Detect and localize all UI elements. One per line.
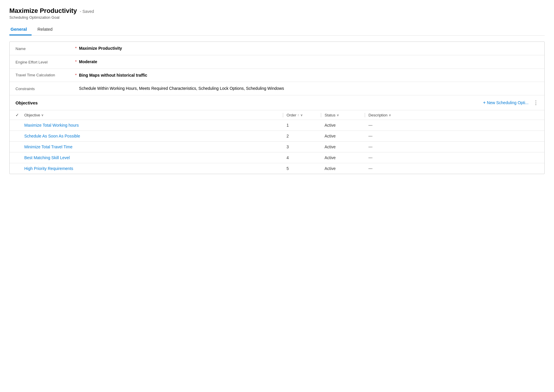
objective-name[interactable]: High Priority Requirements: [24, 166, 283, 171]
field-label-engine-effort: Engine Effort Level: [16, 59, 74, 64]
col-order-header[interactable]: Order ↑ ∨: [283, 113, 321, 117]
objective-status: Active: [321, 166, 365, 171]
description-chevron-icon: ∨: [389, 113, 391, 117]
field-label-constraints: Constraints: [16, 86, 74, 91]
new-scheduling-button[interactable]: + New Scheduling Opti...: [483, 100, 529, 105]
table-row: High Priority Requirements 5 Active ---: [10, 163, 544, 174]
page-subtitle: Scheduling Optimization Goal: [9, 15, 545, 20]
col-description-header[interactable]: Description ∨: [365, 113, 538, 117]
table-row: Best Matching Skill Level 4 Active ---: [10, 152, 544, 163]
objective-description: ---: [365, 123, 538, 128]
objective-name[interactable]: Schedule As Soon As Possible: [24, 134, 283, 138]
field-row-name: Name * Maximize Productivity: [10, 42, 544, 55]
table-row: Schedule As Soon As Possible 2 Active --…: [10, 131, 544, 142]
field-required-name: *: [75, 46, 77, 50]
objective-chevron-icon: ∨: [41, 113, 44, 117]
page-title: Maximize Productivity: [9, 7, 77, 15]
page-header: Maximize Productivity - Saved Scheduling…: [9, 7, 545, 20]
objective-description: ---: [365, 134, 538, 138]
objective-status: Active: [321, 134, 365, 138]
field-row-travel-time: Travel Time Calculation * Bing Maps with…: [10, 69, 544, 82]
saved-badge: - Saved: [80, 9, 94, 14]
objectives-table: Maximize Total Working hours 1 Active --…: [10, 120, 544, 174]
objective-order: 1: [283, 123, 321, 128]
field-label-name: Name: [16, 46, 74, 51]
field-required-engine-effort: *: [75, 59, 77, 64]
field-required-travel-time: *: [75, 73, 77, 77]
main-card: Name * Maximize Productivity Engine Effo…: [9, 42, 545, 174]
more-options-icon[interactable]: ⋮: [533, 99, 538, 106]
field-value-travel-time: Bing Maps without historical traffic: [79, 73, 538, 78]
title-row: Maximize Productivity - Saved: [9, 7, 545, 15]
col-status-header[interactable]: Status ∨: [321, 113, 365, 117]
new-button-label: New Scheduling Opti...: [487, 100, 529, 105]
objective-description: ---: [365, 145, 538, 149]
status-chevron-icon: ∨: [337, 113, 339, 117]
objective-order: 2: [283, 134, 321, 138]
field-row-engine-effort: Engine Effort Level * Moderate: [10, 55, 544, 69]
tabs-row: General Related: [9, 24, 545, 36]
objective-status: Active: [321, 145, 365, 149]
col-check-header: ✓: [16, 113, 24, 117]
order-sort-asc-icon: ↑: [297, 113, 299, 117]
field-row-constraints: Constraints * Schedule Within Working Ho…: [10, 82, 544, 95]
order-chevron-icon: ∨: [300, 113, 303, 117]
objective-status: Active: [321, 155, 365, 160]
objectives-header: Objectives + New Scheduling Opti... ⋮: [10, 95, 544, 110]
field-value-engine-effort: Moderate: [79, 59, 538, 64]
tab-general[interactable]: General: [9, 24, 32, 35]
field-value-constraints: Schedule Within Working Hours, Meets Req…: [79, 86, 538, 91]
table-header-row: ✓ Objective ∨ Order ↑ ∨ Status ∨ Descrip…: [10, 110, 544, 120]
objective-description: ---: [365, 155, 538, 160]
page-container: Maximize Productivity - Saved Scheduling…: [0, 0, 554, 181]
table-row: Maximize Total Working hours 1 Active --…: [10, 120, 544, 131]
field-label-travel-time: Travel Time Calculation: [16, 73, 74, 77]
objectives-title: Objectives: [16, 100, 483, 105]
objective-name[interactable]: Minimize Total Travel Time: [24, 145, 283, 149]
plus-icon: +: [483, 100, 486, 105]
check-icon: ✓: [16, 113, 19, 117]
objective-order: 4: [283, 155, 321, 160]
table-row: Minimize Total Travel Time 3 Active ---: [10, 142, 544, 152]
objective-description: ---: [365, 166, 538, 171]
objective-status: Active: [321, 123, 365, 128]
objective-name[interactable]: Best Matching Skill Level: [24, 155, 283, 160]
objective-order: 3: [283, 145, 321, 149]
col-objective-header[interactable]: Objective ∨: [24, 113, 283, 117]
tab-related[interactable]: Related: [36, 24, 57, 35]
objective-order: 5: [283, 166, 321, 171]
field-value-name: Maximize Productivity: [79, 46, 538, 51]
objective-name[interactable]: Maximize Total Working hours: [24, 123, 283, 128]
